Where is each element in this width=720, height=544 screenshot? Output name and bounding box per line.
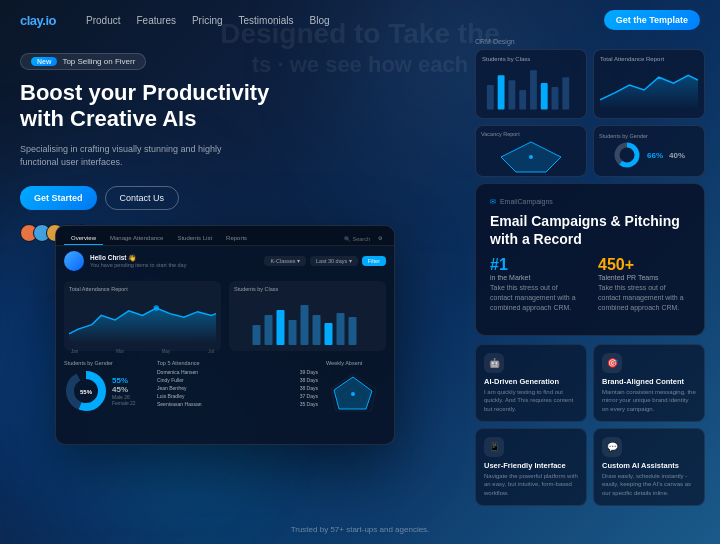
ai-gen-name: AI-Driven Generation — [484, 377, 578, 386]
female-pct: 45% — [112, 385, 136, 394]
radar-chart — [326, 369, 381, 419]
mini-card-students: Students by Class — [475, 49, 587, 119]
svg-rect-9 — [349, 317, 357, 345]
list-item: Domenica Hansen39 Days — [157, 369, 318, 375]
mini-cards-row: Students by Class Total Attendance Repor… — [475, 49, 705, 119]
dashboard-card: Overview Manage Attendance Students List… — [55, 225, 395, 445]
class-selector[interactable]: K-Classes ▾ — [264, 256, 306, 266]
svg-rect-2 — [265, 315, 273, 345]
svg-rect-7 — [325, 323, 333, 345]
stat-teams-desc: Take this stress out of contact manageme… — [598, 283, 690, 312]
weekly-chart-section: Weekly Absent — [326, 360, 386, 422]
stat-teams: 450+ Talented PR Teams Take this stress … — [598, 256, 690, 312]
hero-headline: Boost your Productivity with Creative AI… — [20, 80, 360, 133]
svg-rect-19 — [498, 75, 505, 109]
vacancy-mini-card: Vacancy Report — [475, 125, 587, 177]
svg-rect-24 — [552, 87, 559, 110]
list-item: Cindy Fuller38 Days — [157, 377, 318, 383]
gender-donut-chart: 55% — [64, 369, 108, 413]
mini-card-title-1: Students by Class — [482, 56, 580, 62]
stat-teams-label: Talented PR Teams — [598, 274, 690, 281]
assistant-desc: Draw easily, schedule instantly - easily… — [602, 472, 696, 497]
vacancy-label: Vacancy Report — [481, 131, 581, 137]
svg-rect-8 — [337, 313, 345, 345]
badge-text: Top Selling on Fiverr — [62, 57, 135, 66]
stat-rank-num: #1 — [490, 256, 582, 274]
small-donut — [613, 141, 641, 169]
right-panel: CRM Design Students by Class Total Atten… — [475, 38, 705, 506]
brand-name: Brand-Aligned Content — [602, 377, 696, 386]
user-subtitle: You have pending items to start the day — [90, 262, 258, 268]
attendance-chart: Total Attendance Report Jan Mar May Jul — [64, 281, 221, 351]
svg-text:55%: 55% — [80, 389, 93, 395]
svg-rect-20 — [508, 80, 515, 109]
ai-gen-desc: I am quickly testing to find out quickly… — [484, 388, 578, 413]
brand-icon: 🎯 — [602, 353, 622, 373]
stat-rank-desc: Take this stress out of contact manageme… — [490, 283, 582, 312]
students-chart-title: Students by Class — [234, 286, 381, 292]
tab-reports[interactable]: Reports — [219, 232, 254, 245]
svg-point-27 — [529, 155, 533, 159]
students-chart: Students by Class — [229, 281, 386, 351]
gender-donut-row: 55% 55% 45% Male 26 Female 22 — [64, 369, 136, 413]
gender-legend: 55% 45% Male 26 Female 22 — [112, 376, 136, 406]
tab-attendance[interactable]: Manage Attendance — [103, 232, 170, 245]
list-item: Jean Benfrey38 Days — [157, 385, 318, 391]
svg-rect-6 — [313, 315, 321, 345]
ui-icon: 📱 — [484, 437, 504, 457]
hero-section: New Top Selling on Fiverr Boost your Pro… — [20, 50, 360, 242]
gender-chart-section: Students by Gender 55% 55% 45% Male 26 F… — [64, 360, 149, 422]
svg-rect-3 — [277, 310, 285, 345]
feature-ui: 📱 User-Friendly Interface Navigate the p… — [475, 428, 587, 506]
contact-us-button[interactable]: Contact Us — [105, 186, 180, 210]
nav-product[interactable]: Product — [86, 15, 120, 26]
date-selector[interactable]: Last 30 days ▾ — [310, 256, 358, 266]
svg-rect-18 — [487, 85, 494, 110]
user-name: Hello Christ 👋 — [90, 254, 258, 262]
dashboard-toolbar: Hello Christ 👋 You have pending items to… — [56, 246, 394, 276]
mini-bar-chart — [482, 65, 580, 110]
trusted-bar: Trusted by 57+ start-ups and agencies. — [291, 525, 430, 534]
search-bar[interactable]: 🔍 Search — [340, 232, 374, 245]
bottom-charts: Students by Gender 55% 55% 45% Male 26 F… — [56, 356, 394, 426]
nav-testimonials[interactable]: Testimonials — [239, 15, 294, 26]
nav-pricing[interactable]: Pricing — [192, 15, 223, 26]
secondary-mini-row: Vacancy Report Students by Gender 66% 40… — [475, 125, 705, 177]
logo: clay.io — [20, 13, 56, 28]
email-card-title: Email Campaigns & Pitching with a Record — [490, 212, 690, 248]
feature-brand: 🎯 Brand-Aligned Content Maintain consist… — [593, 344, 705, 422]
svg-rect-4 — [289, 320, 297, 345]
mini-line-chart — [600, 65, 698, 110]
tab-overview[interactable]: Overview — [64, 232, 103, 245]
ai-gen-icon: 🤖 — [484, 353, 504, 373]
user-avatar — [64, 251, 84, 271]
nav-blog[interactable]: Blog — [310, 15, 330, 26]
user-info: Hello Christ 👋 You have pending items to… — [90, 254, 258, 268]
top-attendance-title: Top 5 Attendance — [157, 360, 318, 366]
svg-point-17 — [351, 392, 355, 396]
feature-grid: 🤖 AI-Driven Generation I am quickly test… — [475, 344, 705, 506]
students-bar-chart — [234, 295, 381, 345]
assistant-icon: 💬 — [602, 437, 622, 457]
svg-point-0 — [154, 305, 160, 311]
badge-new-label: New — [31, 57, 57, 66]
get-started-button[interactable]: Get Started — [20, 186, 97, 210]
students-gender-label: Students by Gender — [599, 133, 648, 139]
dashboard-controls: K-Classes ▾ Last 30 days ▾ Filter — [264, 256, 386, 266]
tab-students[interactable]: Students List — [170, 232, 219, 245]
hero-badge: New Top Selling on Fiverr — [20, 53, 146, 70]
filter-icon[interactable]: ⚙ — [374, 232, 386, 245]
students-gender-mini: Students by Gender 66% 40% — [593, 125, 705, 177]
filter-button[interactable]: Filter — [362, 256, 386, 266]
mini-card-attendance: Total Attendance Report — [593, 49, 705, 119]
svg-rect-5 — [301, 305, 309, 345]
attendance-line-chart — [69, 295, 216, 345]
feature-ai-gen: 🤖 AI-Driven Generation I am quickly test… — [475, 344, 587, 422]
nav-cta-button[interactable]: Get the Template — [604, 10, 700, 30]
nav-features[interactable]: Features — [136, 15, 175, 26]
hero-subtext: Specialising in crafting visually stunni… — [20, 143, 260, 170]
top-charts-row: Total Attendance Report Jan Mar May Jul — [56, 276, 394, 356]
male-pct: 55% — [112, 376, 136, 385]
mini-card-title-2: Total Attendance Report — [600, 56, 698, 62]
hero-buttons: Get Started Contact Us — [20, 186, 360, 210]
